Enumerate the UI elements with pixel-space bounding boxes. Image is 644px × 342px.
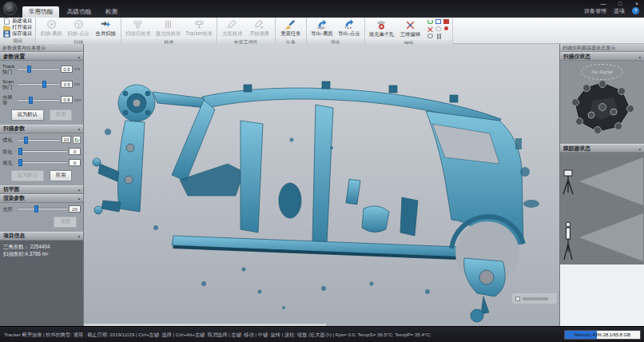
section-header-scan-params[interactable]: 扫描参数 ▴ bbox=[0, 125, 83, 133]
resolution-slider[interactable] bbox=[18, 99, 59, 101]
slider-handle[interactable] bbox=[29, 97, 33, 104]
status-panel: 扫描仪和跟踪器状态显示 扫描仪状态 ▴ No Signal 跟踪器状态 ▴ bbox=[559, 44, 644, 326]
scan-pointcloud-button[interactable]: 扫描-点云 bbox=[66, 18, 91, 38]
circle-select-icon[interactable] bbox=[427, 33, 434, 39]
button-label: 扫描仪校准 bbox=[125, 30, 150, 38]
save-project-button[interactable]: 保存项目 bbox=[2, 31, 33, 37]
cancel-selection-icon[interactable] bbox=[427, 26, 434, 32]
lighting-value[interactable]: 20 bbox=[69, 205, 81, 213]
help-icon[interactable]: ? bbox=[632, 7, 639, 14]
edit-3d-button[interactable]: 三维编辑 bbox=[397, 19, 423, 39]
set-default-button[interactable]: 设为默认 bbox=[11, 170, 44, 181]
button-label: 激光线校准 bbox=[156, 30, 181, 38]
simplify-slider[interactable] bbox=[18, 150, 67, 152]
optimize-row: 优化 10 ↻ bbox=[0, 133, 83, 145]
track-shutter-unit: ms bbox=[74, 66, 81, 71]
point-select-icon[interactable] bbox=[443, 26, 450, 32]
right-panel-title: 扫描仪和跟踪器状态显示 bbox=[560, 44, 644, 52]
triangle-count-line: 三角形数： 2254404 bbox=[3, 243, 80, 251]
section-header-render-params[interactable]: 渲染参数 ▴ bbox=[0, 194, 83, 203]
close-icon[interactable]: × bbox=[633, 0, 641, 7]
maximize-icon[interactable]: □ bbox=[616, 0, 624, 7]
section-header-clip-plane[interactable]: 切平面 ▴ bbox=[0, 185, 83, 194]
merge-scan-button[interactable]: 合并扫描 bbox=[93, 18, 118, 38]
export-pointcloud-button[interactable]: 导出-点云 bbox=[336, 18, 362, 38]
section-header-project-info[interactable]: 项目信息 ▴ bbox=[0, 232, 83, 241]
scanner-calibration-button[interactable]: 扫描仪校准 bbox=[124, 18, 152, 38]
parameters-panel: 参数设置与任务显示 参数设置 ▴ Track快门 0.5 ms Scan快门 3… bbox=[0, 44, 84, 326]
section-header-scanner-status[interactable]: 扫描仪状态 ▴ bbox=[560, 52, 644, 61]
resolution-row: 分辨率 0.8 mm bbox=[0, 92, 83, 107]
scan-shutter-slider[interactable] bbox=[18, 83, 59, 85]
export-surface-button[interactable]: 导出-表面 bbox=[309, 18, 335, 38]
section-header-tracker-status[interactable]: 跟踪器状态 ▴ bbox=[560, 144, 644, 153]
scanner-device-image bbox=[569, 80, 636, 134]
optimize-slider[interactable] bbox=[18, 139, 60, 141]
fill-row: 填充 0 bbox=[0, 157, 83, 168]
viewport-3d[interactable] bbox=[84, 44, 559, 326]
open-project-button[interactable]: 打开项目 bbox=[2, 25, 33, 30]
optimize-value[interactable]: 10 bbox=[62, 136, 71, 143]
left-panel-title: 参数设置与任务显示 bbox=[0, 44, 83, 52]
scanner-status-body: No Signal bbox=[560, 61, 644, 144]
tab-advanced-functions[interactable]: 高级功能 bbox=[61, 6, 97, 18]
minimize-icon[interactable]: — bbox=[599, 0, 607, 7]
scan-area-value: 4.3766 m² bbox=[25, 251, 48, 256]
slider-handle[interactable] bbox=[24, 137, 28, 144]
section-title: 参数设置 bbox=[3, 53, 25, 61]
start-measure-button[interactable]: 开始测量 bbox=[247, 18, 272, 38]
track-shutter-slider[interactable] bbox=[18, 68, 59, 70]
resolution-value[interactable]: 0.8 bbox=[61, 96, 73, 103]
delete-selection-icon[interactable] bbox=[443, 18, 450, 25]
app-logo[interactable] bbox=[3, 2, 17, 15]
refresh-optimize-button[interactable]: ↻ bbox=[73, 136, 81, 144]
overlay-checkbox[interactable] bbox=[515, 296, 520, 301]
resolution-unit: mm bbox=[74, 97, 81, 102]
slider-handle[interactable] bbox=[42, 81, 46, 88]
reset-button[interactable]: 重置 bbox=[54, 217, 77, 228]
tracker-calibration-button[interactable]: Tracker校准 bbox=[184, 18, 214, 38]
button-label: 开始测量 bbox=[249, 30, 269, 38]
collapse-icon: ▴ bbox=[78, 126, 80, 131]
edit-mini-toolbar bbox=[427, 18, 450, 39]
slider-handle[interactable] bbox=[27, 66, 31, 73]
button-label: Tracker校准 bbox=[185, 30, 213, 38]
lasso-select-icon[interactable] bbox=[435, 33, 442, 39]
tab-common-functions[interactable]: 常用功能 bbox=[22, 6, 59, 18]
new-project-button[interactable]: 新建项目 bbox=[2, 18, 33, 24]
track-shutter-value[interactable]: 0.5 bbox=[61, 66, 73, 73]
slider-handle[interactable] bbox=[18, 159, 22, 166]
scan-shutter-unit: ms bbox=[74, 82, 81, 86]
rectangle-select-icon[interactable] bbox=[435, 18, 442, 25]
simplify-value[interactable]: 0 bbox=[69, 148, 81, 155]
ribbon: 新建项目 打开项目 保存项目 项目 扫描-表面 bbox=[0, 18, 644, 44]
slider-handle[interactable] bbox=[34, 205, 38, 213]
probe-calibration-button[interactable]: 光笔校准 bbox=[220, 18, 245, 38]
button-label: 扫描-点云 bbox=[68, 30, 89, 38]
scan-shutter-value[interactable]: 3.5 bbox=[61, 81, 73, 88]
laser-line-calibration-button[interactable]: 激光线校准 bbox=[154, 18, 182, 38]
button-label: 三维编辑 bbox=[400, 31, 420, 38]
lighting-slider[interactable] bbox=[18, 208, 67, 209]
tab-inspection[interactable]: 检测 bbox=[99, 6, 124, 18]
collapse-icon: ▴ bbox=[78, 233, 80, 238]
apply-button[interactable]: 应用 bbox=[50, 170, 73, 181]
scan-shutter-label: Scan快门 bbox=[2, 78, 17, 89]
apply-button[interactable]: 应用 bbox=[50, 109, 73, 121]
section-header-parameters[interactable]: 参数设置 ▴ bbox=[0, 52, 83, 61]
reset-task-button[interactable]: 重置任务 bbox=[278, 18, 304, 38]
refresh-selection-icon[interactable] bbox=[427, 18, 434, 25]
options-menu[interactable]: 选项 bbox=[614, 7, 625, 14]
selection-settings-icon[interactable] bbox=[435, 26, 442, 32]
fill-single-hole-button[interactable]: 填充单个孔 bbox=[368, 19, 396, 39]
device-management-menu[interactable]: 设备管理 bbox=[584, 7, 606, 14]
status-text: Tracker 断开连接 | 软件的类型: 通用 : 截止日期: 2019/12… bbox=[4, 332, 431, 339]
fill-hole-icon bbox=[376, 20, 387, 30]
top-right-menu: 设备管理 选项 ? bbox=[584, 7, 639, 14]
set-default-button[interactable]: 设为默认 bbox=[11, 109, 44, 121]
scan-surface-button[interactable]: 扫描-表面 bbox=[38, 18, 64, 38]
fill-slider[interactable] bbox=[18, 161, 67, 163]
fill-value[interactable]: 0 bbox=[69, 159, 81, 166]
slider-handle[interactable] bbox=[18, 148, 22, 155]
viewport-overlay bbox=[512, 293, 557, 304]
